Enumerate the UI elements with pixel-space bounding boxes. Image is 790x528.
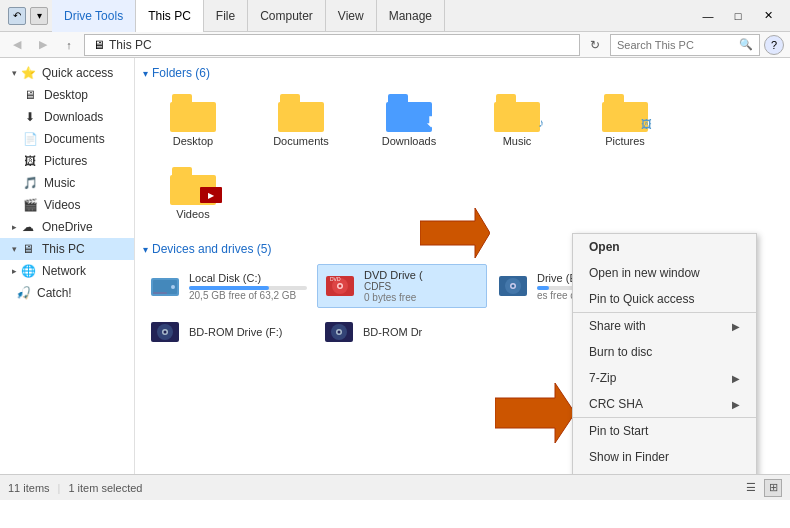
sidebar-item-catch[interactable]: 🎣 Catch! [0, 282, 134, 304]
folder-pictures[interactable]: 🖼 Pictures [575, 88, 675, 153]
share-with-arrow: ▶ [732, 321, 740, 332]
refresh-button[interactable]: ↻ [584, 34, 606, 56]
quick-access-icon: ⭐ [20, 65, 36, 81]
up-button[interactable]: ↑ [58, 34, 80, 56]
desktop-icon: 🖥 [22, 87, 38, 103]
breadcrumb-icon: 🖥 [93, 38, 105, 52]
search-box[interactable]: 🔍 [610, 34, 760, 56]
dvd-icon: DVD [324, 270, 356, 302]
folder-desktop[interactable]: Desktop [143, 88, 243, 153]
folders-section-header: Folders (6) [143, 66, 782, 80]
network-icon: 🌐 [20, 263, 36, 279]
context-menu: Open Open in new window Pin to Quick acc… [572, 233, 757, 474]
ctx-show-in-finder[interactable]: Show in Finder [573, 444, 756, 470]
crc-sha-arrow: ▶ [732, 399, 740, 410]
music-icon: 🎵 [22, 175, 38, 191]
ctx-burn-to-disc[interactable]: Burn to disc [573, 339, 756, 365]
tab-computer[interactable]: Computer [248, 0, 326, 32]
folder-videos[interactable]: ▶ Videos [143, 161, 243, 226]
svg-point-20 [338, 331, 341, 334]
title-bar-left: ↶ ▾ [8, 7, 48, 25]
folder-grid: Desktop Documents ⬇ Downloads [143, 88, 782, 226]
svg-point-7 [339, 285, 342, 288]
back-button[interactable]: ◀ [6, 34, 28, 56]
help-button[interactable]: ? [764, 35, 784, 55]
ctx-open-new-window[interactable]: Open in new window [573, 260, 756, 286]
tb-dropdown[interactable]: ▾ [30, 7, 48, 25]
maximize-button[interactable]: □ [724, 5, 752, 27]
breadcrumb[interactable]: 🖥 This PC [84, 34, 580, 56]
folder-documents[interactable]: Documents [251, 88, 351, 153]
ribbon-tabs: Drive Tools This PC File Computer View M… [52, 0, 445, 32]
sidebar-item-music[interactable]: 🎵 Music [0, 172, 134, 194]
svg-point-12 [512, 285, 515, 288]
onedrive-icon: ☁ [20, 219, 36, 235]
item-count: 11 items [8, 482, 50, 494]
pictures-icon: 🖼 [22, 153, 38, 169]
7zip-arrow: ▶ [732, 373, 740, 384]
ctx-select-disk-image[interactable]: Select disk image [573, 470, 756, 474]
sidebar-item-pictures[interactable]: 🖼 Pictures [0, 150, 134, 172]
bd-icon [149, 316, 181, 348]
sidebar-item-onedrive[interactable]: ▸ ☁ OneDrive [0, 216, 134, 238]
svg-point-16 [164, 331, 167, 334]
sidebar-item-desktop[interactable]: 🖥 Desktop [0, 84, 134, 106]
svg-marker-22 [495, 383, 575, 443]
videos-icon: 🎬 [22, 197, 38, 213]
search-icon: 🔍 [739, 38, 753, 51]
drive-local-c[interactable]: Local Disk (C:) 20,5 GB free of 63,2 GB [143, 264, 313, 308]
hdd-icon [149, 270, 181, 302]
content-area: Folders (6) Desktop Documents [135, 58, 790, 474]
forward-button[interactable]: ▶ [32, 34, 54, 56]
window-controls: — □ ✕ [694, 5, 782, 27]
folder-music[interactable]: ♪ Music [467, 88, 567, 153]
tab-thispc[interactable]: This PC [136, 0, 204, 32]
drive-bd-f[interactable]: BD-ROM Drive (F:) [143, 312, 313, 352]
arrow-eject [495, 378, 575, 451]
ctx-7zip[interactable]: 7-Zip ▶ [573, 365, 756, 391]
drive-dvd-d[interactable]: DVD DVD Drive ( CDFS 0 bytes free [317, 264, 487, 308]
downloads-icon: ⬇ [22, 109, 38, 125]
tab-view[interactable]: View [326, 0, 377, 32]
ribbon: ◀ ▶ ↑ 🖥 This PC ↻ 🔍 ? [0, 32, 790, 58]
documents-icon: 📄 [22, 131, 38, 147]
sidebar-item-videos[interactable]: 🎬 Videos [0, 194, 134, 216]
tab-file[interactable]: File [204, 0, 248, 32]
sidebar-item-documents[interactable]: 📄 Documents [0, 128, 134, 150]
drive-c-info: Local Disk (C:) 20,5 GB free of 63,2 GB [189, 272, 307, 301]
selected-count: 1 item selected [68, 482, 142, 494]
drive-f-info: BD-ROM Drive (F:) [189, 326, 307, 338]
status-bar: 11 items | 1 item selected ☰ ⊞ [0, 474, 790, 500]
drive-g-info: BD-ROM Dr [363, 326, 481, 338]
minimize-button[interactable]: — [694, 5, 722, 27]
sidebar-item-network[interactable]: ▸ 🌐 Network [0, 260, 134, 282]
ctx-share-with[interactable]: Share with ▶ [573, 312, 756, 339]
sidebar: ▾ ⭐ Quick access 🖥 Desktop ⬇ Downloads 📄… [0, 58, 135, 474]
svg-text:DVD: DVD [330, 276, 341, 282]
svg-rect-3 [153, 292, 167, 294]
view-controls: ☰ ⊞ [742, 479, 782, 497]
tab-drive-tools[interactable]: Drive Tools [52, 0, 136, 32]
svg-point-2 [171, 285, 175, 289]
thispc-icon: 🖥 [20, 241, 36, 257]
ctx-open[interactable]: Open [573, 234, 756, 260]
catch-icon: 🎣 [15, 285, 31, 301]
tab-manage[interactable]: Manage [377, 0, 445, 32]
ctx-crc-sha[interactable]: CRC SHA ▶ [573, 391, 756, 417]
search-input[interactable] [617, 39, 739, 51]
drive-d-info: DVD Drive ( CDFS 0 bytes free [364, 269, 480, 303]
cdrom-icon [497, 270, 529, 302]
ctx-pin-to-start[interactable]: Pin to Start [573, 417, 756, 444]
sidebar-item-thispc[interactable]: ▾ 🖥 This PC [0, 238, 134, 260]
drive-bd-g[interactable]: BD-ROM Dr [317, 312, 487, 352]
close-button[interactable]: ✕ [754, 5, 782, 27]
folder-downloads[interactable]: ⬇ Downloads [359, 88, 459, 153]
quick-access-btn[interactable]: ↶ [8, 7, 26, 25]
grid-view-btn[interactable]: ⊞ [764, 479, 782, 497]
sidebar-item-quick-access[interactable]: ▾ ⭐ Quick access [0, 62, 134, 84]
ctx-pin-quick-access[interactable]: Pin to Quick access [573, 286, 756, 312]
bd-g-icon [323, 316, 355, 348]
list-view-btn[interactable]: ☰ [742, 479, 760, 497]
sidebar-item-downloads[interactable]: ⬇ Downloads [0, 106, 134, 128]
title-bar: ↶ ▾ Drive Tools This PC File Computer Vi… [0, 0, 790, 32]
